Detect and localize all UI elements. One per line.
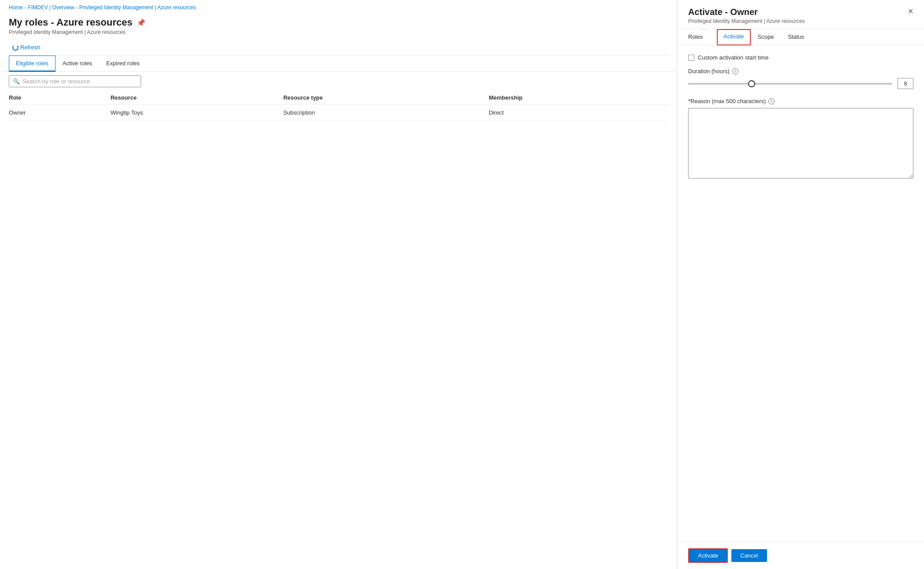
custom-start-row: Custom activation start time xyxy=(688,54,913,61)
search-icon: 🔍 xyxy=(13,78,20,85)
col-resource: Resource xyxy=(111,91,283,105)
cell-resource: Wingtip Toys xyxy=(111,105,283,121)
cell-role: Owner xyxy=(9,105,111,121)
tab-expired-roles[interactable]: Expired roles xyxy=(99,56,147,72)
breadcrumb-fimdev[interactable]: FIMDEV | Overview xyxy=(28,4,74,11)
roles-table: Role Resource Resource type Membership O… xyxy=(9,91,668,121)
panel-body: Custom activation start time Duration (h… xyxy=(678,45,924,542)
panel-tab-activate[interactable]: Activate xyxy=(717,29,750,45)
refresh-button[interactable]: Refresh xyxy=(9,42,44,52)
pin-icon[interactable]: 📌 xyxy=(137,19,145,27)
custom-start-checkbox[interactable] xyxy=(688,55,694,61)
panel-tab-scope[interactable]: Scope xyxy=(758,29,781,45)
close-button[interactable]: ✕ xyxy=(906,6,915,16)
duration-label: Duration (hours) i xyxy=(688,68,913,74)
search-wrapper: 🔍 xyxy=(9,75,141,87)
page-subtitle: Privileged Identity Management | Azure r… xyxy=(9,29,668,35)
col-role: Role xyxy=(9,91,111,105)
search-bar: 🔍 xyxy=(0,72,677,91)
duration-slider-row: 8 xyxy=(688,78,913,89)
main-tabs: Eligible roles Active roles Expired role… xyxy=(0,56,677,72)
breadcrumb-pim[interactable]: Privileged Identity Management | Azure r… xyxy=(79,4,196,11)
refresh-label: Refresh xyxy=(20,44,41,51)
tab-active-roles[interactable]: Active roles xyxy=(56,56,99,72)
reason-textarea[interactable] xyxy=(688,108,913,179)
activate-panel: Activate - Owner Privileged Identity Man… xyxy=(677,0,924,569)
breadcrumb-sep-2: › xyxy=(76,5,78,10)
breadcrumb-home[interactable]: Home xyxy=(9,4,23,11)
panel-title: Activate - Owner xyxy=(688,7,805,17)
col-membership: Membership xyxy=(489,91,668,105)
duration-value: 8 xyxy=(898,78,913,89)
panel-tabs: Roles Activate Scope Status xyxy=(678,29,924,45)
cell-membership: Direct xyxy=(489,105,668,121)
refresh-icon xyxy=(12,45,19,51)
reason-label: *Reason (max 500 characters) i xyxy=(688,98,913,104)
page-header: My roles - Azure resources 📌 Privileged … xyxy=(0,13,677,40)
activate-button[interactable]: Activate xyxy=(688,548,728,563)
duration-slider[interactable] xyxy=(688,83,892,85)
table-row[interactable]: Owner Wingtip Toys Subscription Direct xyxy=(9,105,668,121)
search-input[interactable] xyxy=(22,78,137,85)
custom-start-label: Custom activation start time xyxy=(698,54,768,61)
panel-header: Activate - Owner Privileged Identity Man… xyxy=(678,0,924,29)
duration-info-icon[interactable]: i xyxy=(732,68,738,74)
panel-tab-roles[interactable]: Roles xyxy=(688,29,710,45)
panel-footer: Activate Cancel xyxy=(678,542,924,569)
toolbar: Refresh xyxy=(0,40,677,55)
panel-subtitle: Privileged Identity Management | Azure r… xyxy=(688,18,805,24)
page-title: My roles - Azure resources xyxy=(9,17,132,28)
tab-eligible-roles[interactable]: Eligible roles xyxy=(9,56,56,72)
breadcrumb-sep-1: › xyxy=(25,5,26,10)
reason-info-icon[interactable]: i xyxy=(768,98,775,104)
cancel-button[interactable]: Cancel xyxy=(731,549,767,562)
roles-table-container: Role Resource Resource type Membership O… xyxy=(0,91,677,121)
breadcrumb: Home › FIMDEV | Overview › Privileged Id… xyxy=(0,0,677,13)
cell-resource-type: Subscription xyxy=(283,105,489,121)
panel-tab-status[interactable]: Status xyxy=(788,29,811,45)
col-resource-type: Resource type xyxy=(283,91,489,105)
